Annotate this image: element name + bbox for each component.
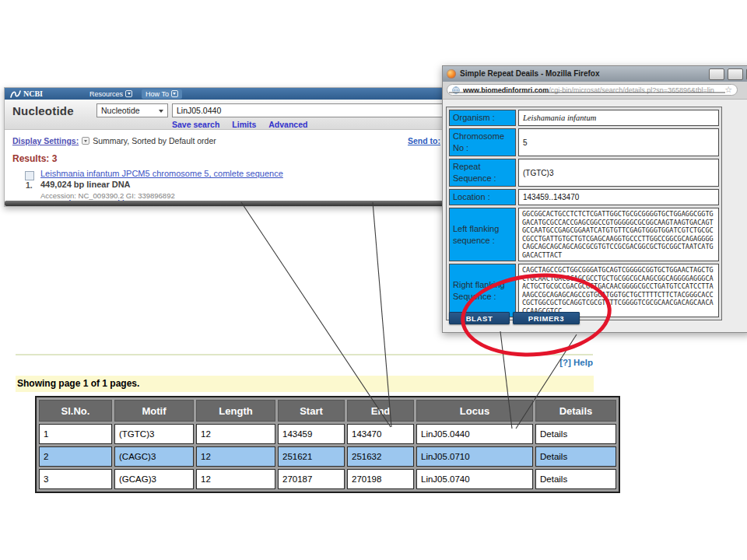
field-label: Location : bbox=[449, 189, 516, 205]
chevron-down-icon bbox=[171, 90, 178, 97]
column-header-locus: Locus bbox=[416, 400, 533, 422]
locus-link[interactable]: LinJ05.0440 bbox=[416, 424, 533, 444]
result-checkbox[interactable] bbox=[25, 171, 34, 180]
window-title-bar[interactable]: Simple Repeat Deails - Mozilla Firefox bbox=[443, 66, 747, 82]
chevron-down-icon[interactable] bbox=[82, 137, 89, 145]
ncbi-top-bar: NCBI Resources How To bbox=[5, 88, 448, 100]
ncbi-search-bar: Nucleotide Nucleotide Save search Limits… bbox=[5, 100, 448, 130]
column-header-slno: Sl.No. bbox=[39, 400, 112, 422]
locus-link[interactable]: LinJ05.0740 bbox=[416, 469, 533, 489]
result-title-link[interactable]: Leishmania infantum JPCM5 chromosome 5, … bbox=[40, 169, 283, 178]
cell-motif: (TGTC)3 bbox=[114, 424, 194, 444]
window-title: Simple Repeat Deails - Mozilla Firefox bbox=[460, 66, 600, 82]
table-row: Chromosome No : 5 bbox=[449, 128, 719, 156]
table-row: Left flanking sequence : GGCGGCACTGCCTCT… bbox=[449, 208, 719, 261]
display-settings-value: Summary, Sorted by Default order bbox=[93, 136, 216, 145]
table-row: 1 (TGTC)3 12 143459 143470 LinJ05.0440 D… bbox=[39, 424, 616, 444]
url-text: www.biomedinformri.com/cgi-bin/microsat/… bbox=[463, 86, 714, 94]
locus-link[interactable]: LinJ05.0710 bbox=[416, 446, 533, 467]
cell-end: 251632 bbox=[347, 446, 414, 467]
send-to-link[interactable]: Send to: bbox=[408, 136, 440, 145]
cell-length: 12 bbox=[196, 424, 275, 444]
organism-value: Leishamania infantum bbox=[518, 110, 719, 126]
location-value: 143459..143470 bbox=[518, 189, 719, 205]
cell-start: 251621 bbox=[278, 446, 345, 467]
cell-start: 143459 bbox=[278, 424, 345, 444]
save-search-link[interactable]: Save search bbox=[172, 120, 219, 129]
cell-start: 270187 bbox=[278, 469, 345, 489]
field-label: Left flanking sequence : bbox=[449, 208, 516, 261]
cell-motif: (CAGC)3 bbox=[114, 446, 194, 467]
minimize-button[interactable] bbox=[709, 68, 724, 80]
result-index: 1. bbox=[26, 180, 33, 190]
column-header-motif: Motif bbox=[114, 400, 194, 422]
result-meta: 449,024 bp linear DNA bbox=[40, 180, 131, 189]
cell-end: 270198 bbox=[347, 469, 414, 489]
cell-slno: 2 bbox=[39, 446, 112, 467]
bookmark-star-icon[interactable]: ☆ bbox=[724, 86, 732, 94]
how-to-menu[interactable]: How To bbox=[142, 89, 182, 99]
table-row: Repeat Sequence : (TGTC)3 bbox=[449, 159, 719, 187]
cell-end: 143470 bbox=[347, 424, 414, 444]
url-bar: www.biomedinformri.com/cgi-bin/microsat/… bbox=[443, 82, 747, 100]
field-label: Chromosome No : bbox=[449, 128, 516, 156]
ncbi-brand: NCBI bbox=[23, 89, 43, 98]
column-header-end: End bbox=[347, 400, 414, 422]
ncbi-browser-window: NCBI Resources How To Nucleotide Nucleot… bbox=[4, 87, 449, 207]
left-flanking-sequence: GGCGGCACTGCCTCTCTCGATTGGCTGCGCGGGGTGCTGG… bbox=[518, 208, 719, 261]
column-header-length: Length bbox=[196, 400, 275, 422]
firefox-icon bbox=[447, 69, 456, 79]
table-row: 3 (GCAG)3 12 270187 270198 LinJ05.0740 D… bbox=[39, 469, 616, 489]
results-count: Results: 3 bbox=[12, 153, 57, 164]
table-row: Organism : Leishamania infantum bbox=[449, 110, 719, 126]
slide-canvas: NCBI Resources How To Nucleotide Nucleot… bbox=[0, 0, 747, 560]
page-title: Nucleotide bbox=[12, 104, 74, 117]
search-input[interactable] bbox=[172, 103, 444, 117]
microsatellite-results-table: Sl.No. Motif Length Start End Locus Deta… bbox=[35, 396, 620, 493]
table-header-row: Sl.No. Motif Length Start End Locus Deta… bbox=[39, 400, 616, 422]
details-link[interactable]: Details bbox=[535, 469, 616, 489]
chromosome-value: 5 bbox=[518, 128, 719, 156]
cell-slno: 3 bbox=[39, 469, 112, 489]
ncbi-logo-icon: NCBI bbox=[10, 89, 43, 99]
resources-label: Resources bbox=[89, 90, 123, 98]
cell-motif: (GCAG)3 bbox=[114, 469, 194, 489]
how-to-label: How To bbox=[146, 90, 169, 98]
advanced-link[interactable]: Advanced bbox=[268, 120, 307, 129]
chevron-down-icon bbox=[159, 110, 163, 113]
address-field[interactable]: www.biomedinformri.com/cgi-bin/microsat/… bbox=[447, 84, 738, 96]
window-cut-edge bbox=[5, 201, 448, 206]
field-label: Repeat Sequence : bbox=[449, 159, 516, 187]
details-link[interactable]: Details bbox=[535, 446, 616, 467]
table-row-highlighted: 2 (CAGC)3 12 251621 251632 LinJ05.0710 D… bbox=[39, 446, 616, 467]
limits-link[interactable]: Limits bbox=[232, 120, 256, 129]
column-header-details: Details bbox=[535, 400, 616, 422]
table-row: Location : 143459..143470 bbox=[449, 189, 719, 205]
resources-menu[interactable]: Resources bbox=[89, 90, 132, 98]
database-select[interactable]: Nucleotide bbox=[96, 103, 168, 117]
field-label: Organism : bbox=[449, 110, 516, 126]
maximize-button[interactable] bbox=[728, 68, 743, 80]
display-settings-link[interactable]: Display Settings: bbox=[12, 136, 79, 145]
cell-slno: 1 bbox=[39, 424, 112, 444]
details-link[interactable]: Details bbox=[535, 424, 616, 444]
database-select-value: Nucleotide bbox=[101, 106, 140, 115]
repeat-sequence-value: (TGTC)3 bbox=[518, 159, 719, 187]
chevron-down-icon bbox=[125, 90, 132, 97]
column-header-start: Start bbox=[278, 400, 345, 422]
cell-length: 12 bbox=[196, 446, 275, 467]
globe-icon bbox=[452, 86, 460, 94]
cell-length: 12 bbox=[196, 469, 275, 489]
paging-status: Showing page 1 of 1 pages. bbox=[16, 376, 594, 392]
help-link[interactable]: [?] Help bbox=[16, 358, 593, 367]
